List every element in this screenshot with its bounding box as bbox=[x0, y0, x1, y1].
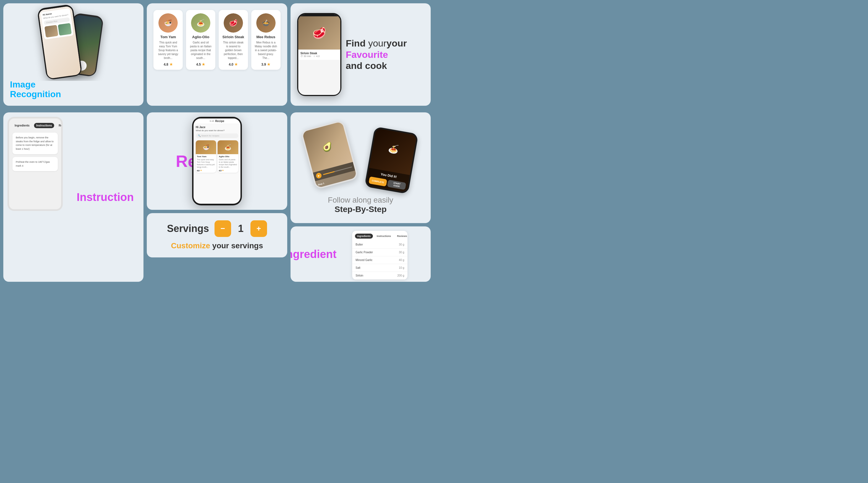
start-over-button[interactable]: START OVER bbox=[387, 180, 406, 190]
recipe-desc-0: This quick and easy Tom Yum Soup feature… bbox=[157, 41, 179, 60]
follow-front-screen: 🍝 You Did It! COMPLETE START OVER bbox=[366, 128, 417, 193]
find-rating: ☆ 4.0 bbox=[313, 55, 319, 58]
star-icon-3: ★ bbox=[267, 62, 270, 66]
servings-label: Servings bbox=[167, 223, 209, 234]
servings-count: 1 bbox=[237, 223, 245, 234]
follow-front-overlay: You Did It! COMPLETE START OVER bbox=[366, 168, 410, 192]
follow-phones: 🥑 ▶ Step 1 bbox=[297, 121, 424, 194]
star-icon-2: ★ bbox=[235, 62, 238, 66]
find-meta: ⏱ 30 min ☆ 4.0 bbox=[301, 55, 338, 58]
recipe-card-3[interactable]: 🍲 Mee Rebus Mee Rebus is a Malay noodle … bbox=[251, 10, 281, 70]
find-text: Find youryour Favourite and cook bbox=[346, 38, 424, 72]
ingr-tab-instructions[interactable]: Instructions bbox=[375, 234, 393, 238]
progress-fill bbox=[323, 171, 335, 175]
servings-plus-button[interactable]: + bbox=[250, 220, 267, 237]
rcs-rating-1: 4.5 ★ bbox=[218, 169, 238, 173]
recipe-food-img-3: 🍲 bbox=[256, 13, 276, 33]
recipe-name-2: Sirloin Steak bbox=[222, 35, 245, 39]
recipe-rating-1: 4.5 ★ bbox=[189, 62, 212, 66]
play-button[interactable]: ▶ bbox=[315, 172, 322, 179]
ingredient-item-0: Butter 30 g bbox=[352, 241, 407, 249]
instruction-step-1: Before you begin, remove the steaks from… bbox=[12, 133, 58, 154]
recipe-app-card: Recipe 9:45 Recipe Hi Jace What do you w… bbox=[147, 112, 287, 210]
recipe-card-1[interactable]: 🍝 Aglio-Olio Garlic and oil pasta is an … bbox=[186, 10, 215, 70]
step-label: Step 1 bbox=[318, 182, 325, 186]
ingredient-item-4: Sirloin 200 g bbox=[352, 272, 407, 280]
recipe-name-1: Aglio-Olio bbox=[189, 35, 212, 39]
instruction-word: Instruction bbox=[76, 191, 134, 203]
rcs-img-0: 🍜 bbox=[196, 140, 216, 154]
tab-ingredients[interactable]: Ingredients bbox=[12, 123, 32, 128]
star-icon-1: ★ bbox=[202, 62, 205, 66]
recipe-name-0: Tom Yam bbox=[157, 35, 179, 39]
find-and-cook: and cook bbox=[346, 60, 424, 72]
follow-line1: Follow along easily bbox=[328, 196, 393, 204]
ingredient-tabs: Ingredients Instructions Reviews bbox=[352, 231, 407, 241]
tab-reviews[interactable]: Reviews bbox=[56, 123, 63, 128]
follow-back-screen: 🥑 ▶ Step 1 bbox=[302, 121, 357, 188]
recipe-center-screen: 9:45 Recipe Hi Jace What do you want for… bbox=[193, 118, 241, 204]
servings-minus-button[interactable]: − bbox=[215, 220, 231, 237]
rcs-rating-0: 4.8 ★ bbox=[196, 169, 216, 173]
ir-line2: Recognition bbox=[10, 89, 61, 99]
find-favourite-card: 🥩 Sirloin Steak ⏱ 30 min ☆ 4.0 Find your… bbox=[290, 3, 431, 106]
find-food-image: 🥩 bbox=[298, 16, 340, 50]
rcs-card-0[interactable]: 🍜 Tom Yam This quick and easy Tom Yum So… bbox=[196, 140, 216, 173]
find-dish-name: Sirloin Steak bbox=[301, 52, 338, 55]
instructions-card: Ingredients Instructions Reviews Before … bbox=[3, 112, 144, 282]
recipe-card-2[interactable]: 🥩 Sirloin Steak This sirloin steak is se… bbox=[219, 10, 248, 70]
rcs-header: 9:45 Recipe bbox=[193, 118, 241, 124]
recipe-food-img-1: 🍝 bbox=[191, 13, 210, 33]
instructions-tabs: Ingredients Instructions Reviews bbox=[12, 123, 58, 128]
recipe-rating-2: 4.0 ★ bbox=[222, 62, 245, 66]
ingr-tab-reviews[interactable]: Reviews bbox=[395, 234, 407, 238]
rcs-name-1: Aglio-Olio bbox=[218, 154, 238, 158]
find-favourite-word: Favourite bbox=[346, 49, 424, 60]
servings-card: Servings − 1 + Customize your servings bbox=[147, 213, 287, 257]
recipe-food-img-0: 🍜 bbox=[158, 13, 178, 33]
star-icon-0: ★ bbox=[169, 62, 173, 66]
rcs-star-0: ★ bbox=[200, 169, 202, 172]
ingr-tab-ingredients[interactable]: Ingredients bbox=[355, 234, 373, 238]
tab-instructions[interactable]: Instructions bbox=[34, 123, 54, 128]
recipe-card-0[interactable]: 🍜 Tom Yam This quick and easy Tom Yum So… bbox=[153, 10, 183, 70]
follow-phone-front: 🍝 You Did It! COMPLETE START OVER bbox=[364, 126, 418, 194]
ingredient-item-3: Salt 10 g bbox=[352, 264, 407, 272]
recipes-grid-card: 🍜 Tom Yam This quick and easy Tom Yum So… bbox=[147, 3, 287, 106]
follow-text: Follow along easily Step-By-Step bbox=[328, 196, 393, 214]
rcs-search[interactable]: 🔍 Search for recipes bbox=[196, 134, 238, 138]
rcs-greeting: Hi Jace bbox=[193, 124, 241, 129]
recipe-name-3: Mee Rebus bbox=[255, 35, 277, 39]
customize-text: Customize your servings bbox=[171, 242, 263, 250]
instruction-label: Instruction bbox=[67, 112, 144, 282]
image-recognition-card: Hi Aaron What do you want for dinner? Ch… bbox=[3, 3, 144, 106]
rcs-food-cards: 🍜 Tom Yam This quick and easy Tom Yum So… bbox=[193, 140, 241, 173]
rcs-name-0: Tom Yam bbox=[196, 154, 216, 158]
top-row: Hi Aaron What do you want for dinner? Ch… bbox=[3, 3, 431, 106]
right-column: 🥑 ▶ Step 1 bbox=[290, 112, 431, 282]
rcs-card-1[interactable]: 🍝 Aglio-Olio Garlic and oil pasta is an … bbox=[218, 140, 238, 173]
ingredient-item-1: Garlic Powder 30 g bbox=[352, 249, 407, 256]
instruction-step-2: Preheat the oven to 180°C/gas mark 4 bbox=[12, 157, 58, 171]
complete-button[interactable]: COMPLETE bbox=[369, 176, 388, 187]
recipe-desc-3: Mee Rebus is a Malay noodle dish in a sw… bbox=[255, 41, 277, 60]
find-phone: 🥩 Sirloin Steak ⏱ 30 min ☆ 4.0 bbox=[297, 13, 341, 96]
food-icon-0: 🍜 bbox=[158, 13, 178, 33]
follow-line2: Step-By-Step bbox=[328, 204, 393, 214]
phones-display: Hi Aaron What do you want for dinner? Ch… bbox=[3, 3, 144, 81]
find-info: Sirloin Steak ⏱ 30 min ☆ 4.0 bbox=[298, 50, 340, 60]
ingredient-phone: Ingredients Instructions Reviews Butter … bbox=[352, 231, 407, 280]
follow-phone-back: 🥑 ▶ Step 1 bbox=[301, 120, 359, 190]
food-icon-3: 🍲 bbox=[256, 13, 276, 33]
image-recognition-label: Image Recognition bbox=[10, 80, 61, 99]
rcs-img-1: 🍝 bbox=[218, 140, 238, 154]
recipe-cards-row: 🍜 Tom Yam This quick and easy Tom Yum So… bbox=[153, 10, 280, 70]
find-time: ⏱ 30 min bbox=[301, 55, 311, 58]
instructions-phone-content: Ingredients Instructions Reviews Before … bbox=[9, 118, 61, 178]
ingredient-item-2: Minced Garlic 40 g bbox=[352, 256, 407, 264]
instructions-phone: Ingredients Instructions Reviews Before … bbox=[7, 117, 63, 211]
customize-word: Customize bbox=[171, 242, 210, 250]
recipe-center-phone: 9:45 Recipe Hi Jace What do you want for… bbox=[192, 117, 242, 205]
ingredient-label: Ingredient bbox=[290, 226, 329, 282]
food-icon-2: 🥩 bbox=[224, 13, 243, 33]
